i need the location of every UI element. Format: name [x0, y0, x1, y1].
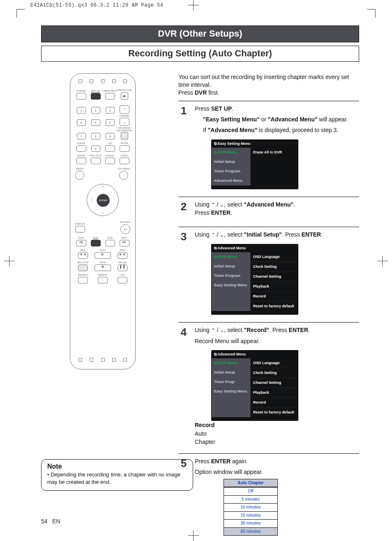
osd-right-item: Playback — [251, 388, 298, 397]
remote-label-fwd: FWD — [120, 249, 126, 252]
remote-label-return: RETURN — [120, 221, 130, 224]
remote-button-2: 2 — [91, 107, 100, 114]
remote-button-0: 0 — [91, 145, 100, 152]
remote-dpad-left: 〈 — [88, 198, 92, 202]
osd-panel: ⧉ Advanced Menu◎ DVR MenuInitial SetupTi… — [211, 244, 298, 315]
remote-label-dvd: DVD — [107, 237, 113, 239]
remote-label-ab: A-B — [120, 274, 125, 276]
step: 5Press ENTER again.Option window will ap… — [178, 453, 359, 541]
osd-header: ⧉ Advanced Menu — [212, 351, 298, 358]
remote-label-play: PLAY — [100, 249, 106, 252]
remote-label-search: SEARCH — [78, 274, 88, 276]
remote-label-power: POWER — [76, 90, 86, 93]
crop-mark-top — [188, 0, 199, 11]
remote-button-zoom — [76, 158, 86, 164]
remote-button-recotr — [78, 265, 88, 271]
page-footer: 54 EN — [41, 518, 60, 525]
remote-button-skip-fwd: ⏭ — [120, 240, 129, 246]
crop-mark-left — [4, 256, 15, 267]
osd-right-item: OSD Language — [251, 358, 298, 368]
step: 1Press SET UP."Easy Setting Menu" or "Ad… — [178, 101, 359, 197]
remote-dpad-down: ⌄ — [101, 210, 104, 214]
step-text: Press SET UP. — [195, 104, 359, 113]
remote-button-audio — [120, 158, 129, 164]
remote-button-repeat — [98, 277, 108, 283]
remote-label-mode: MODE — [121, 142, 128, 145]
osd-right-item: Record — [251, 397, 298, 407]
remote-dpad-up: ⌃ — [101, 186, 104, 190]
remote-button-stop: ■ — [95, 265, 111, 271]
remote-button-1: 1 — [77, 107, 86, 114]
remote-label-openclose: OPEN/CLOSE — [117, 89, 132, 92]
remote-label-progrec: PROGRAM/ RECORDINGS — [117, 127, 132, 132]
osd-right-item: Record — [251, 291, 298, 301]
step-text: Using ⌃ / ⌄, select "Initial Setup". Pre… — [195, 230, 359, 239]
remote-button-mode — [120, 145, 129, 152]
osd-header: ⧉ Easy Setting Menu — [212, 140, 298, 148]
step-text: Using ⌃ / ⌄, select "Advanced Menu".Pres… — [195, 200, 359, 217]
remote-label-rev: REV — [80, 249, 85, 252]
osd-popup: RecordAuto Chapter — [195, 421, 219, 446]
remote-label-zoom: ZOOM — [78, 154, 85, 157]
note-box: Note • Depending the recording time, a c… — [41, 459, 193, 491]
page-content: DVR (Other Setups) Recording Setting (Au… — [41, 26, 359, 525]
osd-panel: ⧉ Advanced Menu◎ DVR MenuInitial SetupTi… — [211, 350, 298, 421]
remote-label-display: DISPLAY — [75, 223, 85, 225]
crop-mark-right — [377, 256, 388, 267]
remote-label-channel: CHANNEL — [119, 114, 129, 117]
osd-header: ⧉ Advanced Menu — [212, 244, 298, 252]
remote-button-5: 5 — [91, 119, 100, 126]
remote-label-skip-back: SKIP — [78, 237, 84, 239]
remote-label-dvr: DVR — [93, 237, 98, 239]
remote-button-channel-up: ⌃ — [120, 105, 129, 114]
print-header: E41A1CD(51-55).qx3 06.3.2 11:29 AM Page … — [30, 2, 163, 8]
step-text: Using ⌃ / ⌄, select "Record". Press ENTE… — [195, 326, 359, 334]
corner-tr — [367, 9, 376, 18]
remote-button-dvd — [105, 240, 115, 246]
option-row: Off — [224, 487, 277, 495]
remote-button-topmenu — [119, 171, 128, 180]
remote-button-return: ↩ — [120, 224, 130, 234]
remote-button-timerprog — [105, 93, 115, 100]
step-after: Record Menu will appear. — [195, 337, 359, 345]
remote-button-9: 9 — [106, 133, 115, 139]
remote-label-pause: PAUSE — [119, 261, 127, 264]
osd-right-item: Reset to factory default — [251, 301, 298, 311]
remote-label-skip-fwd: SKIP — [122, 237, 127, 239]
option-row: 30 minutes — [224, 519, 277, 527]
remote-label-audio: AUDIO — [120, 154, 128, 157]
remote-label-subtitle: SUB TITLE — [89, 154, 101, 157]
option-row: 5 minutes — [224, 495, 277, 504]
section-title-bar: DVR (Other Setups) — [41, 26, 359, 42]
remote-label-menu: MENU — [76, 167, 83, 170]
steps-list: 1Press SET UP."Easy Setting Menu" or "Ad… — [178, 101, 359, 541]
osd-left-item: Advanced Menu — [212, 176, 250, 186]
step-text: Press ENTER again. — [195, 457, 359, 465]
remote-button-openclose: ⏏ — [121, 92, 128, 100]
remote-button-7: 7 — [77, 133, 86, 139]
remote-button-clear — [76, 145, 86, 152]
remote-button-ab — [118, 277, 127, 283]
remote-button-skip-back: ⏮ — [76, 240, 86, 246]
remote-button-plus10 — [105, 145, 115, 152]
remote-button-3: 3 — [106, 107, 115, 114]
osd-right-item: Channel Setting — [251, 378, 298, 388]
osd-left-item: Timer Program — [212, 167, 250, 176]
osd-left-item: Initial Setup — [212, 262, 250, 271]
step-subtext: "Easy Setting Menu" or "Advanced Menu" w… — [195, 115, 359, 123]
remote-button-power — [76, 93, 86, 100]
step: 2Using ⌃ / ⌄, select "Advanced Menu".Pre… — [178, 197, 359, 227]
remote-button-dvr — [91, 240, 101, 246]
osd-left-item: Timer Progr — [212, 377, 250, 387]
remote-button-subtitle — [91, 158, 101, 164]
step-number: 3 — [178, 230, 189, 315]
remote-label-stop: STOP — [99, 261, 106, 264]
step-after: Option window will appear. — [195, 468, 359, 476]
note-heading: Note — [47, 463, 187, 470]
remote-label-clear: CLEAR — [77, 142, 85, 145]
remote-illustration: POWER SET UP TIMER PROG. OPEN/CLOSE⏏ 1 2… — [70, 73, 136, 369]
osd-left-item: Initial Setup — [212, 157, 250, 167]
option-window: Auto ChapterOff5 minutes10 minutes15 min… — [224, 479, 278, 536]
step-number: 4 — [178, 326, 189, 446]
osd-right-item: Channel Setting — [251, 272, 298, 281]
